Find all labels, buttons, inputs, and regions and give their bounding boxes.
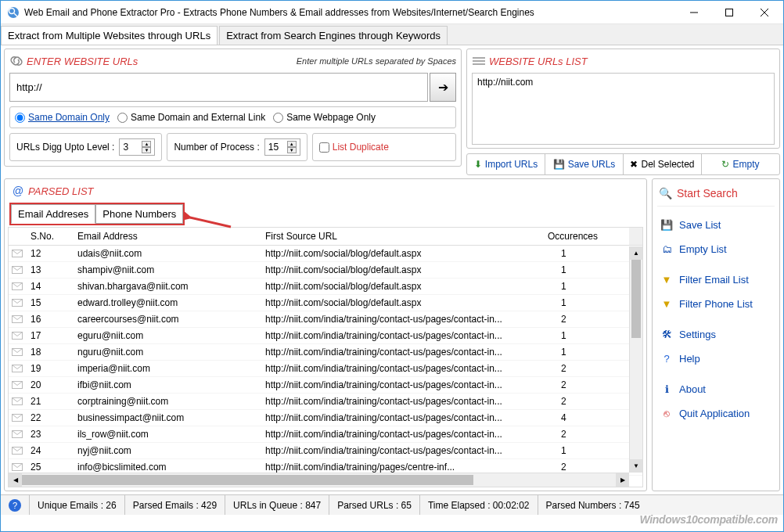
- scroll-down-icon[interactable]: ▼: [630, 459, 642, 473]
- status-help-icon[interactable]: ?: [1, 495, 30, 515]
- digg-level-label: URLs Digg Upto Level :: [16, 142, 114, 153]
- col-sno[interactable]: S.No.: [26, 228, 73, 245]
- minimize-button[interactable]: [676, 2, 711, 23]
- scroll-thumb[interactable]: [631, 260, 641, 338]
- cell-url: http://niit.com/india/training/contact-u…: [261, 445, 556, 456]
- cell-sno: 19: [26, 363, 73, 374]
- cell-sno: 17: [26, 330, 73, 341]
- import-urls-button[interactable]: ⬇Import URLs: [467, 154, 545, 174]
- list-duplicate-box: List Duplicate: [312, 133, 456, 161]
- filter-phone-button[interactable]: ▼Filter Phone List: [657, 292, 775, 316]
- cell-sno: 18: [26, 347, 73, 358]
- cell-email: corptraining@niit.com: [73, 396, 261, 407]
- vertical-scrollbar[interactable]: ▲ ▼: [629, 246, 642, 473]
- table-row[interactable]: 19imperia@niit.comhttp://niit.com/india/…: [9, 361, 642, 377]
- table-row[interactable]: 12udais@niit.comhttp://niit.com/social/b…: [9, 246, 642, 262]
- cell-email: shampiv@niit.com: [73, 264, 261, 275]
- envelope-icon: [9, 348, 26, 356]
- cell-email: nyj@niit.com: [73, 445, 261, 456]
- cell-email: ils_row@niit.com: [73, 429, 261, 440]
- table-row[interactable]: 17eguru@niit.comhttp://niit.com/india/tr…: [9, 328, 642, 344]
- info-icon: ℹ: [660, 383, 673, 395]
- table-row[interactable]: 21corptraining@niit.comhttp://niit.com/i…: [9, 394, 642, 410]
- empty-list-button[interactable]: 🗂Empty List: [657, 237, 775, 261]
- delete-selected-button[interactable]: ✖Del Selected: [624, 154, 702, 174]
- cell-sno: 15: [26, 297, 73, 308]
- digg-level-spinner[interactable]: 3▲▼: [119, 138, 155, 156]
- parsed-list-title: PARSED LIST: [28, 185, 94, 197]
- settings-button[interactable]: 🛠Settings: [657, 322, 775, 347]
- cell-email: shivan.bhargava@niit.com: [73, 281, 261, 292]
- quit-button[interactable]: ⎋Quit Application: [657, 401, 775, 426]
- urls-listbox[interactable]: http://niit.com: [472, 73, 775, 145]
- radio-same-domain[interactable]: Same Domain Only: [15, 112, 110, 123]
- statusbar: ? Unique Emails : 26 Parsed Emails : 429…: [1, 494, 783, 515]
- col-occurences[interactable]: Occurences: [543, 228, 629, 245]
- cell-url: http://niit.com/india/training/contact-u…: [261, 347, 556, 358]
- col-email[interactable]: Email Address: [73, 228, 261, 245]
- table-row[interactable]: 14shivan.bhargava@niit.comhttp://niit.co…: [9, 279, 642, 295]
- maximize-button[interactable]: [711, 2, 746, 23]
- tab-phone-numbers[interactable]: Phone Numbers: [95, 204, 183, 224]
- url-input[interactable]: [9, 73, 428, 102]
- save-icon: 💾: [660, 219, 673, 231]
- scroll-right-icon[interactable]: ▶: [616, 473, 629, 487]
- enter-urls-title: ENTER WEBSITE URLs: [27, 56, 138, 67]
- folder-icon: 🗂: [660, 243, 673, 255]
- close-button[interactable]: [746, 2, 782, 23]
- start-search-button[interactable]: 🔍Start Search: [657, 184, 775, 207]
- scroll-left-icon[interactable]: ◀: [9, 473, 22, 487]
- table-row[interactable]: 16careercourses@niit.comhttp://niit.com/…: [9, 311, 642, 328]
- cell-email: udais@niit.com: [73, 248, 261, 259]
- watermark: Windows10compatible.com: [639, 513, 778, 526]
- cell-sno: 12: [26, 248, 73, 259]
- scroll-up-icon[interactable]: ▲: [630, 246, 642, 260]
- cell-email: info@bicslimited.com: [73, 462, 261, 473]
- parsed-tabs-highlight: Email Addreses Phone Numbers: [9, 203, 185, 225]
- parsed-table: S.No. Email Address First Source URL Occ…: [8, 227, 643, 487]
- help-icon: ?: [660, 353, 673, 365]
- refresh-icon: ↻: [721, 159, 729, 170]
- go-button[interactable]: ➔: [430, 73, 456, 102]
- radio-same-external[interactable]: Same Domain and External Link: [117, 112, 265, 123]
- list-item[interactable]: http://niit.com: [477, 77, 769, 88]
- table-row[interactable]: 24nyj@niit.comhttp://niit.com/india/trai…: [9, 443, 642, 459]
- tab-extract-keywords[interactable]: Extract from Search Engines through Keyw…: [219, 26, 448, 45]
- save-list-button[interactable]: 💾Save List: [657, 213, 775, 237]
- col-icon[interactable]: [9, 228, 26, 245]
- scroll-thumb-h[interactable]: [22, 475, 473, 485]
- envelope-icon: [9, 447, 26, 455]
- digg-level-box: URLs Digg Upto Level : 3▲▼: [9, 133, 162, 161]
- radio-same-page[interactable]: Same Webpage Only: [273, 112, 376, 123]
- funnel-icon: ▼: [660, 298, 673, 310]
- col-url[interactable]: First Source URL: [261, 228, 543, 245]
- process-count-label: Number of Process :: [174, 142, 259, 153]
- at-icon: @: [11, 184, 25, 198]
- save-urls-button[interactable]: 💾Save URLs: [545, 154, 624, 174]
- table-row[interactable]: 20ifbi@niit.comhttp://niit.com/india/tra…: [9, 377, 642, 394]
- tab-email-addresses[interactable]: Email Addreses: [11, 204, 95, 224]
- table-row[interactable]: 22businessimpact@niit.comhttp://niit.com…: [9, 410, 642, 426]
- empty-button[interactable]: ↻Empty: [702, 154, 779, 174]
- status-parsed-numbers: Parsed Numbers : 745: [538, 495, 648, 515]
- scope-radio-group: Same Domain Only Same Domain and Externa…: [9, 106, 456, 128]
- horizontal-scrollbar[interactable]: ◀ ▶: [9, 473, 629, 487]
- process-count-spinner[interactable]: 15▲▼: [264, 138, 300, 156]
- table-row[interactable]: 23ils_row@niit.comhttp://niit.com/india/…: [9, 426, 642, 443]
- list-duplicate-checkbox[interactable]: List Duplicate: [319, 142, 389, 153]
- envelope-icon: [9, 266, 26, 274]
- about-button[interactable]: ℹAbout: [657, 377, 775, 401]
- cell-email: careercourses@niit.com: [73, 314, 261, 325]
- table-row[interactable]: 18nguru@niit.comhttp://niit.com/india/tr…: [9, 344, 642, 361]
- table-row[interactable]: 13shampiv@niit.comhttp://niit.com/social…: [9, 262, 642, 279]
- cell-email: eguru@niit.com: [73, 330, 261, 341]
- cell-sno: 22: [26, 412, 73, 423]
- help-button[interactable]: ?Help: [657, 347, 775, 371]
- cell-url: http://niit.com/india/training/contact-u…: [261, 379, 556, 390]
- cell-url: http://niit.com/india/training/pages/cen…: [261, 462, 556, 473]
- cell-sno: 24: [26, 445, 73, 456]
- tab-extract-urls[interactable]: Extract from Multiple Websites through U…: [1, 26, 218, 45]
- filter-email-button[interactable]: ▼Filter Email List: [657, 268, 775, 292]
- envelope-icon: [9, 381, 26, 389]
- table-row[interactable]: 15edward.trolley@niit.comhttp://niit.com…: [9, 295, 642, 311]
